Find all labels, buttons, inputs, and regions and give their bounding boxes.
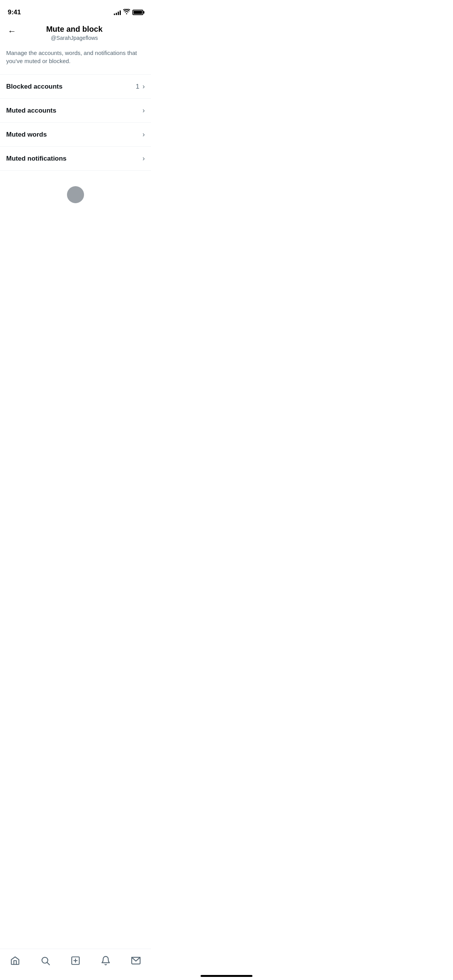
battery-icon [132, 10, 143, 15]
status-time: 9:41 [8, 9, 21, 16]
muted-notifications-label: Muted notifications [6, 155, 67, 163]
description-text: Manage the accounts, words, and notifica… [0, 44, 151, 74]
blocked-accounts-label: Blocked accounts [6, 83, 63, 91]
blocked-accounts-count: 1 [136, 83, 139, 91]
chevron-right-icon: › [142, 82, 145, 91]
chevron-right-icon: › [142, 106, 145, 115]
muted-notifications-item[interactable]: Muted notifications › [0, 147, 151, 171]
status-bar: 9:41 [0, 0, 151, 19]
wifi-icon [123, 9, 130, 16]
muted-accounts-label: Muted accounts [6, 107, 56, 115]
signal-icon [114, 10, 121, 15]
chevron-right-icon: › [142, 154, 145, 163]
back-button[interactable]: ← [6, 26, 18, 37]
blocked-accounts-item[interactable]: Blocked accounts 1 › [0, 75, 151, 99]
page-title: Mute and block [18, 24, 131, 34]
muted-accounts-item[interactable]: Muted accounts › [0, 99, 151, 123]
menu-list: Blocked accounts 1 › Muted accounts › Mu… [0, 74, 151, 171]
circle-indicator [67, 186, 84, 203]
header: ← Mute and block @SarahJpageflows [0, 19, 151, 44]
chevron-right-icon: › [142, 130, 145, 139]
status-icons [114, 9, 143, 16]
header-title-block: Mute and block @SarahJpageflows [18, 24, 145, 41]
muted-words-label: Muted words [6, 131, 47, 139]
header-subtitle: @SarahJpageflows [18, 35, 131, 41]
back-arrow-icon: ← [8, 26, 16, 36]
muted-words-item[interactable]: Muted words › [0, 123, 151, 147]
